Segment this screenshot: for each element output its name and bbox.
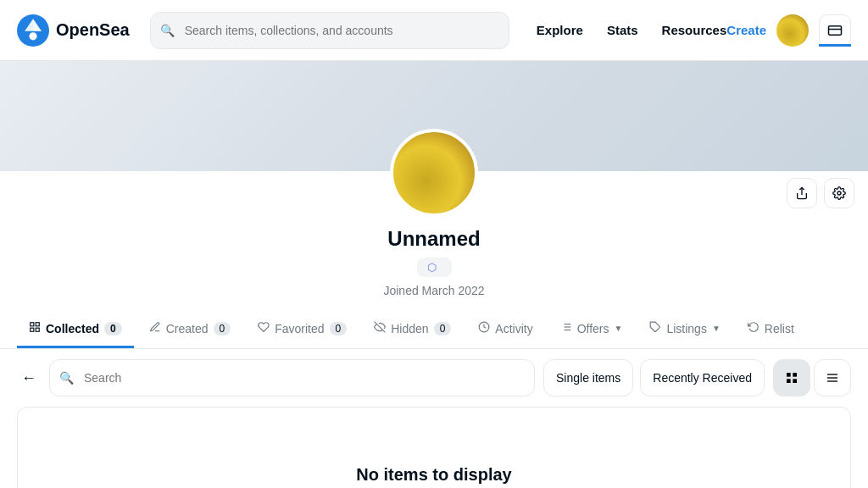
list-icon: [826, 371, 839, 385]
tab-activity[interactable]: Activity: [466, 311, 544, 348]
items-search-bar[interactable]: 🔍: [49, 359, 535, 396]
nav-links: Explore Stats Resources: [537, 23, 726, 37]
tab-offers-label: Offers: [577, 322, 609, 336]
share-icon: [795, 186, 809, 200]
items-search-input[interactable]: [49, 359, 535, 396]
relist-tab-icon: [748, 321, 760, 336]
settings-icon: [832, 186, 846, 200]
nav-explore[interactable]: Explore: [537, 23, 583, 37]
tab-relist[interactable]: Relist: [736, 311, 806, 348]
tab-collected-label: Collected: [46, 322, 99, 336]
offers-chevron: ▼: [615, 324, 623, 333]
profile-actions: [787, 178, 854, 208]
svg-rect-6: [36, 323, 39, 326]
tab-favorited-count: 0: [330, 322, 348, 336]
tab-hidden-count: 0: [434, 322, 452, 336]
activity-tab-icon: [478, 321, 490, 336]
profile-section: Unnamed ⬡ Joined March 2022: [0, 171, 868, 297]
tab-listings-label: Listings: [666, 322, 706, 336]
tab-listings[interactable]: Listings ▼: [637, 311, 732, 348]
tab-created-label: Created: [166, 322, 209, 336]
hidden-tab-icon: [374, 321, 386, 336]
tab-collected[interactable]: Collected 0: [17, 311, 134, 348]
view-toggle: [773, 359, 851, 396]
tab-created-count: 0: [214, 322, 231, 336]
svg-rect-7: [31, 328, 34, 331]
wallet-icon: [827, 23, 843, 38]
empty-state: No items to display: [17, 407, 851, 488]
tab-favorited[interactable]: Favorited 0: [246, 311, 359, 348]
svg-rect-5: [31, 323, 34, 326]
tabs-bar: Collected 0 Created 0 Favorited 0 Hidden…: [0, 311, 868, 349]
tab-relist-label: Relist: [765, 322, 794, 336]
svg-point-1: [29, 32, 36, 40]
wallet-button[interactable]: [819, 14, 851, 47]
tab-offers[interactable]: Offers ▼: [548, 311, 635, 348]
opensea-logo-icon: [17, 14, 49, 47]
empty-state-text: No items to display: [356, 465, 511, 485]
create-button[interactable]: Create: [726, 23, 766, 37]
share-button[interactable]: [787, 178, 817, 208]
grid-icon: [785, 371, 798, 385]
svg-rect-8: [36, 328, 39, 331]
search-bar[interactable]: 🔍: [150, 12, 509, 49]
search-input[interactable]: [150, 12, 509, 49]
favorited-tab-icon: [258, 321, 270, 336]
listings-chevron: ▼: [712, 324, 721, 333]
list-view-button[interactable]: [814, 359, 851, 396]
settings-button[interactable]: [824, 178, 854, 208]
svg-rect-21: [793, 379, 797, 383]
search-icon: 🔍: [160, 24, 175, 37]
svg-point-4: [837, 191, 841, 195]
svg-rect-2: [829, 25, 842, 35]
navbar: OpenSea 🔍 Explore Stats Resources Create: [0, 0, 868, 61]
eth-icon: ⬡: [427, 261, 437, 274]
listings-tab-icon: [649, 321, 661, 336]
tab-activity-label: Activity: [495, 322, 532, 336]
nav-resources[interactable]: Resources: [662, 23, 727, 37]
tab-favorited-label: Favorited: [275, 322, 324, 336]
logo[interactable]: OpenSea: [17, 14, 130, 47]
active-tab-indicator: [819, 44, 851, 47]
nav-stats[interactable]: Stats: [607, 23, 638, 37]
svg-rect-19: [793, 373, 797, 377]
svg-rect-20: [787, 379, 791, 383]
svg-rect-18: [787, 373, 791, 377]
offers-tab-icon: [560, 321, 572, 336]
content-toolbar: ← 🔍 Single items Recently Received: [0, 349, 868, 407]
tab-created[interactable]: Created 0: [137, 311, 243, 348]
profile-avatar: [390, 129, 478, 217]
join-date: Joined March 2022: [383, 284, 484, 297]
profile-name: Unnamed: [387, 227, 480, 251]
user-avatar[interactable]: [776, 14, 809, 47]
created-tab-icon: [149, 321, 161, 336]
logo-text: OpenSea: [56, 20, 130, 40]
tab-hidden-label: Hidden: [391, 322, 428, 336]
collapse-sidebar-button[interactable]: ←: [17, 366, 41, 390]
items-search-icon: 🔍: [59, 371, 74, 385]
tab-collected-count: 0: [104, 322, 122, 336]
eth-address-row[interactable]: ⬡: [417, 258, 452, 277]
tab-hidden[interactable]: Hidden 0: [362, 311, 463, 348]
navbar-right: Create: [726, 14, 851, 47]
filter-dropdowns: Single items Recently Received: [543, 359, 765, 396]
single-items-dropdown[interactable]: Single items: [543, 359, 633, 396]
grid-view-button[interactable]: [773, 359, 810, 396]
collected-tab-icon: [29, 321, 41, 336]
recently-received-dropdown[interactable]: Recently Received: [640, 359, 765, 396]
